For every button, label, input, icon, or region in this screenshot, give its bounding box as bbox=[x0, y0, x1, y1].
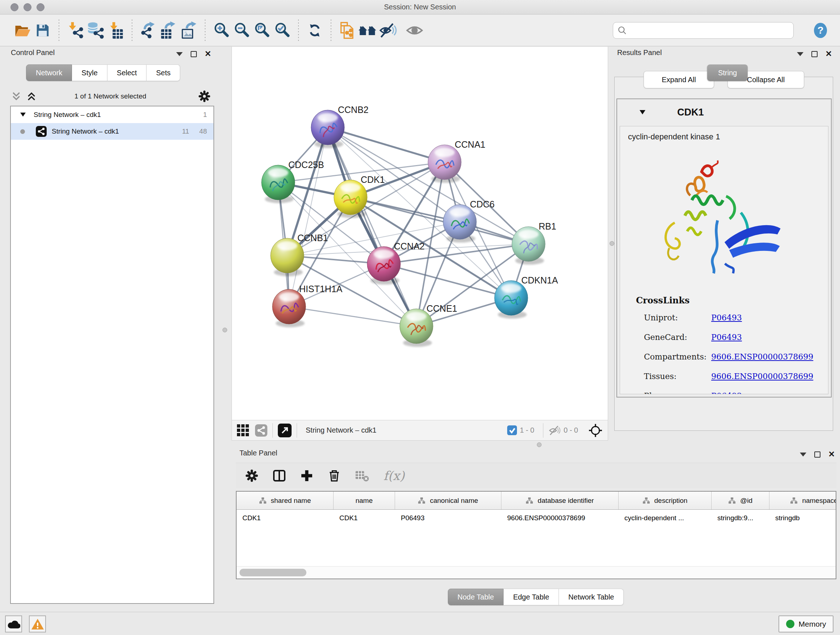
gene-collapse-triangle-icon[interactable] bbox=[639, 110, 645, 115]
network-options-gear-icon[interactable] bbox=[198, 90, 210, 103]
control-panel-float-icon[interactable] bbox=[191, 51, 197, 57]
column-header-id[interactable]: @id bbox=[712, 492, 769, 509]
table-panel-float-icon[interactable] bbox=[814, 451, 821, 458]
network-edge-count: 48 bbox=[199, 127, 207, 135]
results-panel-collapse-icon[interactable] bbox=[797, 52, 804, 56]
zoom-in-button[interactable] bbox=[211, 20, 232, 41]
global-search[interactable] bbox=[613, 22, 794, 39]
show-columns-icon[interactable] bbox=[273, 469, 286, 482]
search-input[interactable] bbox=[627, 27, 783, 35]
control-panel-collapse-icon[interactable] bbox=[176, 52, 183, 56]
zoom-fit-button[interactable] bbox=[252, 20, 272, 41]
tab-select[interactable]: Select bbox=[107, 65, 147, 81]
import-network-file-button[interactable] bbox=[65, 20, 85, 41]
tab-edge-table[interactable]: Edge Table bbox=[504, 589, 559, 605]
table-panel-collapse-icon[interactable] bbox=[800, 453, 806, 456]
export-network-button[interactable] bbox=[138, 20, 158, 41]
table-panel-close-icon[interactable]: ✕ bbox=[829, 450, 835, 458]
network-edge-CCNB2-CCNA1[interactable] bbox=[328, 127, 445, 162]
network-edge-CCNB2-CCNE1[interactable] bbox=[328, 127, 416, 326]
crosslinks-list: Uniprot:P06493GeneCard:P06493Compartment… bbox=[620, 308, 828, 394]
tab-sets[interactable]: Sets bbox=[147, 65, 180, 81]
results-panel-close-icon[interactable]: ✕ bbox=[826, 50, 832, 58]
open-session-button[interactable] bbox=[12, 20, 33, 41]
network-edge-CCNB2-HIST1H1A[interactable] bbox=[289, 127, 328, 307]
control-panel-close-icon[interactable]: ✕ bbox=[205, 50, 211, 58]
tree-expand-triangle-icon[interactable] bbox=[20, 112, 26, 117]
column-header-canonical-name[interactable]: canonical name bbox=[395, 492, 501, 509]
open-in-new-icon[interactable] bbox=[278, 424, 292, 437]
warnings-button[interactable] bbox=[29, 616, 46, 632]
crosslink-link[interactable]: 9606.ENSP00000378699 bbox=[711, 372, 813, 381]
network-node-CDK1[interactable]: CDK1 bbox=[334, 174, 385, 218]
birdseye-grid-icon[interactable] bbox=[237, 424, 249, 437]
network-node-CCNA1[interactable]: CCNA1 bbox=[428, 139, 485, 183]
network-collection-row[interactable]: String Network – cdk1 1 bbox=[11, 106, 213, 123]
horizontal-splitter-handle[interactable] bbox=[537, 442, 542, 447]
table-row[interactable]: CDK1CDK1P064939606.ENSP00000378699cyclin… bbox=[237, 510, 836, 526]
network-edge-CDK1-RB1[interactable] bbox=[351, 197, 529, 244]
help-button[interactable]: ? bbox=[810, 20, 831, 41]
window-title: Session: New Session bbox=[0, 3, 840, 11]
results-panel-float-icon[interactable] bbox=[812, 51, 818, 57]
network-row[interactable]: String Network – cdk1 11 48 bbox=[11, 123, 213, 140]
apply-layout-button[interactable] bbox=[305, 20, 325, 41]
table-options-gear-icon[interactable] bbox=[245, 469, 258, 482]
crosslink-link[interactable]: P06493 bbox=[711, 313, 742, 322]
network-node-RB1[interactable]: RB1 bbox=[512, 221, 556, 264]
network-node-HIST1H1A[interactable]: HIST1H1A bbox=[272, 284, 343, 327]
network-tree: String Network – cdk1 1 String Network –… bbox=[10, 106, 214, 604]
export-image-button[interactable] bbox=[179, 20, 199, 41]
delete-column-trash-icon[interactable] bbox=[328, 469, 341, 482]
tab-network[interactable]: Network bbox=[26, 65, 72, 81]
left-splitter-handle[interactable] bbox=[223, 328, 227, 333]
crosshair-icon[interactable] bbox=[588, 423, 603, 438]
network-canvas[interactable]: CCNB2CCNA1CDC25BCDK1CDC6RB1CCNB1CCNA2CDK… bbox=[232, 47, 608, 420]
tab-string[interactable]: String bbox=[707, 65, 748, 81]
clone-network-button[interactable] bbox=[337, 20, 357, 41]
tab-style[interactable]: Style bbox=[72, 65, 107, 81]
memory-button[interactable]: Memory bbox=[778, 616, 834, 632]
column-header-namespace[interactable]: namespace bbox=[769, 492, 836, 509]
network-share-icon[interactable] bbox=[255, 424, 267, 437]
cloud-button[interactable] bbox=[5, 616, 22, 632]
network-node-label: CDKN1A bbox=[521, 275, 558, 285]
import-table-file-button[interactable] bbox=[106, 20, 126, 41]
add-column-icon[interactable] bbox=[300, 469, 313, 482]
export-table-button[interactable] bbox=[158, 20, 179, 41]
crosslink-link[interactable]: P06493 bbox=[711, 391, 742, 394]
network-node-CCNB1[interactable]: CCNB1 bbox=[271, 233, 328, 276]
network-node-CCNB2[interactable]: CCNB2 bbox=[311, 105, 369, 148]
show-all-button[interactable] bbox=[404, 20, 425, 41]
network-node-CDC25B[interactable]: CDC25B bbox=[262, 160, 324, 203]
network-graph[interactable]: CCNB2CCNA1CDC25BCDK1CDC6RB1CCNB1CCNA2CDK… bbox=[232, 47, 608, 420]
crosslink-link[interactable]: P06493 bbox=[711, 333, 742, 342]
save-session-button[interactable] bbox=[33, 20, 53, 41]
zoom-selected-button[interactable] bbox=[272, 20, 292, 41]
zoom-out-button[interactable] bbox=[232, 20, 252, 41]
table-horizontal-scrollbar[interactable] bbox=[237, 566, 836, 578]
network-node-CDC6[interactable]: CDC6 bbox=[443, 199, 494, 242]
right-splitter-handle[interactable] bbox=[609, 241, 614, 246]
network-node-label: CDC25B bbox=[288, 160, 324, 170]
selected-node-edge-counts: 1 - 0 bbox=[520, 426, 534, 434]
column-header-database-identifier[interactable]: database identifier bbox=[501, 492, 619, 509]
starter-panel-button[interactable] bbox=[357, 20, 378, 41]
column-header-shared-name[interactable]: shared name bbox=[237, 492, 333, 509]
tab-node-table[interactable]: Node Table bbox=[448, 589, 504, 605]
column-header-description[interactable]: description bbox=[619, 492, 712, 509]
zoom-selected-icon bbox=[273, 22, 291, 39]
main-toolbar: ? bbox=[0, 15, 840, 46]
network-status-dot bbox=[20, 129, 25, 134]
scrollbar-thumb[interactable] bbox=[240, 569, 306, 576]
column-header-name[interactable]: name bbox=[333, 492, 395, 509]
crosslink-link[interactable]: 9606.ENSP00000378699 bbox=[711, 352, 813, 361]
expand-all-button[interactable]: Expand All bbox=[644, 71, 714, 88]
tab-network-table[interactable]: Network Table bbox=[559, 589, 624, 605]
network-node-CDKN1A[interactable]: CDKN1A bbox=[494, 275, 558, 318]
selected-checkbox-icon[interactable] bbox=[507, 425, 517, 435]
control-panel-title: Control Panel bbox=[11, 49, 55, 57]
import-network-database-button[interactable] bbox=[85, 20, 106, 41]
hide-selected-button[interactable] bbox=[378, 20, 398, 41]
gene-header-row[interactable]: CDK1 bbox=[617, 99, 831, 125]
